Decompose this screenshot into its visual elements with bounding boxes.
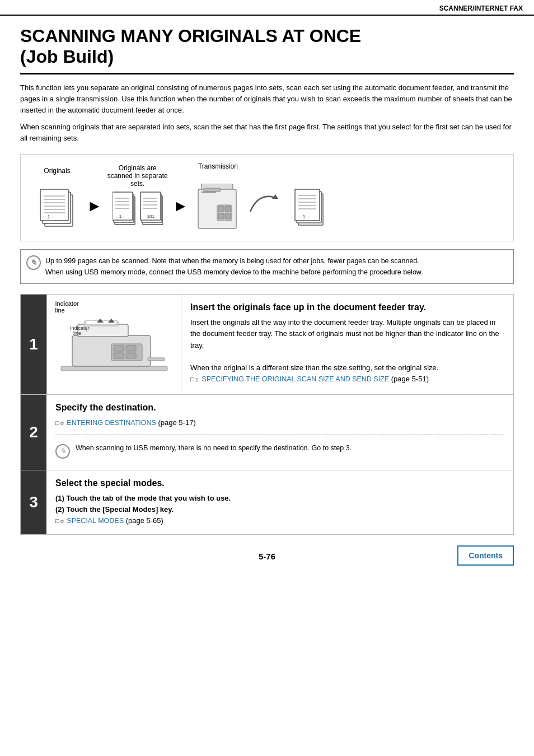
step-1-image: Indicator line [46,295,181,394]
contents-button[interactable]: Contents [457,545,514,566]
step-2-inner-note: ✎ When scanning to USB memory, there is … [55,441,504,462]
step-1-body: Insert the originals all the way into th… [190,317,504,385]
svg-rect-58 [114,353,124,358]
svg-rect-60 [148,358,165,361]
originals-stack-icon: – 1 – [38,188,76,228]
svg-rect-31 [225,206,231,212]
step-1-number: 1 [21,295,46,394]
step-2-block: 2 Specify the destination. □☼ ENTERING D… [20,395,514,470]
header-title: SCANNER/INTERNET FAX [439,4,523,12]
page-title: SCANNING MANY ORIGINALS AT ONCE (Job Bui… [20,26,514,74]
svg-text:– 1 –: – 1 – [43,214,54,220]
transmission-arrow-icon [247,186,281,220]
note-2: When using USB memory mode, connect the … [45,267,505,278]
svg-rect-59 [126,353,136,358]
output-stack-icon: – 1 – [294,188,327,228]
main-content: SCANNING MANY ORIGINALS AT ONCE (Job Bui… [0,16,534,572]
diagram-label-2: Originals are scanned in separate sets. [107,164,168,188]
page-footer: 5-76 Contents [20,552,514,561]
arrow-2-icon: ► [168,197,193,215]
svg-rect-34 [202,192,216,193]
svg-text:line: line [73,330,81,336]
svg-rect-28 [204,188,221,192]
scanned-sets-icon: – 1 – – 101 – [113,191,163,231]
svg-rect-30 [218,206,224,212]
step-3-body: (1) Touch the tab of the mode that you w… [55,493,504,527]
step-2-title: Specify the destination. [55,403,504,413]
step-1-machine-svg: Indicator line [55,316,173,389]
step-3-block: 3 Select the special modes. (1) Touch th… [20,470,514,535]
step-1-img-label: Indicator line [55,300,79,314]
step-1-title: Insert the originals face up in the docu… [190,302,504,312]
svg-text:– 1 –: – 1 – [298,214,310,220]
svg-rect-33 [225,213,231,219]
header-bar: SCANNER/INTERNET FAX [0,0,534,16]
step-3-number: 3 [21,470,46,535]
step-3-link[interactable]: SPECIAL MODES [67,517,124,525]
step-1-link[interactable]: SPECIFYING THE ORIGINAL SCAN SIZE AND SE… [202,375,389,383]
page-number: 5-76 [259,552,275,561]
curved-arrow-icon [243,186,285,220]
svg-rect-32 [218,213,224,219]
step-3-title: Select the special modes. [55,478,504,488]
machine-icon [197,184,238,233]
svg-rect-45 [61,366,167,371]
diagram-transmission: Transmission [193,162,243,233]
diagram-section: Originals – 1 – ► [20,154,514,241]
step-2-link[interactable]: ENTERING DESTINATIONS [67,419,156,427]
svg-rect-56 [114,346,124,351]
intro-para2: When scanning originals that are separat… [20,122,514,144]
step-2-body: □☼ ENTERING DESTINATIONS (page 5-17) [55,417,504,428]
diagram-output: – 1 – [285,167,336,228]
diagram-label-3: Transmission [198,162,238,180]
step-1-content: Insert the originals face up in the docu… [181,295,513,394]
notes-box: ✎ Up to 999 pages can be scanned. Note t… [20,249,514,284]
intro-para1: This function lets you separate an origi… [20,82,514,116]
step-2-number: 2 [21,395,46,469]
diagram-scanned: Originals are scanned in separate sets. … [107,164,168,231]
step-2-note-icon: ✎ [55,444,70,459]
svg-text:– 1 –: – 1 – [115,214,125,219]
note-icon: ✎ [26,255,41,270]
step-2-content: Specify the destination. □☼ ENTERING DES… [46,395,513,469]
step-3-content: Select the special modes. (1) Touch the … [46,470,513,535]
diagram-originals: Originals – 1 – [32,167,82,228]
step-1-block: 1 Indicator line [20,294,514,395]
step-2-divider [55,435,504,435]
arrow-1-icon: ► [82,197,107,215]
svg-rect-57 [126,346,136,351]
diagram-label-1: Originals [44,167,70,185]
note-1: Up to 999 pages can be scanned. Note tha… [45,255,505,267]
svg-text:– 101 –: – 101 – [143,214,158,219]
